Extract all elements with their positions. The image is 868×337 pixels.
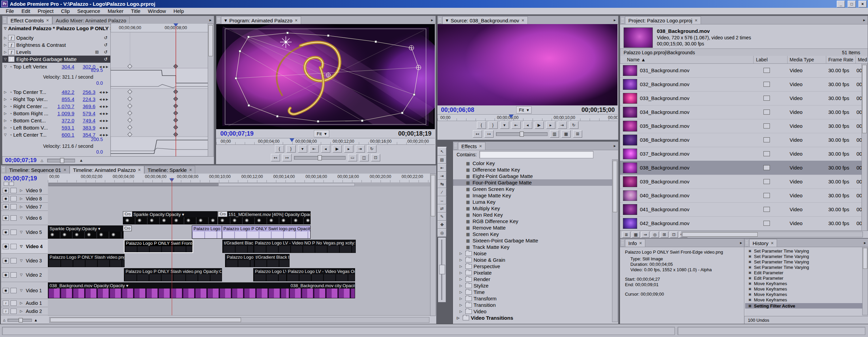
transition-clip[interactable]: Cro	[218, 211, 227, 217]
effect-controls-timecode[interactable]: 00;00;07;19	[5, 157, 37, 164]
table-row[interactable]: 039_Background.movVideo30.00 fps00:0	[620, 175, 863, 189]
track-content-video8[interactable]	[48, 195, 431, 203]
cti-handle[interactable]	[509, 115, 514, 118]
effect-item[interactable]: ▦Screen Key	[453, 231, 613, 237]
reset-icon[interactable]: ↺	[104, 57, 108, 62]
close-icon[interactable]: ×	[695, 18, 697, 23]
add-marker-button[interactable]: ▾	[298, 145, 307, 153]
monitor-flyout-icon[interactable]: ▾	[446, 17, 448, 23]
timeline-clip[interactable]: Palazzo Logo LV	[225, 254, 255, 267]
menu-sequence[interactable]: Sequence	[74, 8, 104, 14]
track-select-tool-icon[interactable]: ▤	[438, 156, 446, 164]
twirl-icon[interactable]: ▷	[2, 50, 8, 54]
track-header-video9[interactable]: ◉▷Video 9	[1, 186, 48, 195]
close-icon[interactable]: ×	[479, 144, 482, 148]
playhead-line[interactable]	[172, 178, 172, 315]
history-item[interactable]: ▣Move Keyframes	[745, 292, 862, 297]
effect-item[interactable]: ▦Non Red Key	[453, 212, 613, 218]
track-header-video2[interactable]: ◉▽Video 2	[1, 268, 48, 282]
graph-max-value[interactable]: 200.5	[87, 137, 103, 142]
tab-program[interactable]: ▾ Program: Animated Palazzo ×	[221, 16, 301, 24]
zoom-out-icon[interactable]: △	[41, 159, 43, 162]
close-icon[interactable]: ×	[46, 18, 49, 23]
label-chip[interactable]	[763, 179, 770, 184]
effect-item[interactable]: ▦Color Key	[453, 160, 613, 166]
razor-tool-icon[interactable]: ∕	[438, 188, 446, 196]
column-media[interactable]: Med	[858, 57, 867, 62]
list-view-icon[interactable]: ≣	[622, 232, 630, 238]
step-forward-button[interactable]: ▸	[344, 145, 353, 153]
pen-tool-icon[interactable]: ✎	[438, 213, 446, 221]
close-icon[interactable]: ×	[771, 241, 774, 245]
twirl-icon[interactable]: ▷	[2, 36, 8, 40]
close-icon[interactable]: ×	[138, 167, 141, 172]
reset-icon[interactable]: ↺	[104, 49, 108, 55]
project-scrollbar[interactable]	[862, 63, 867, 231]
track-content-audio2[interactable]	[48, 307, 431, 316]
automate-to-sequence-icon[interactable]: ⇒	[641, 232, 649, 238]
hand-tool-icon[interactable]: ✥	[438, 221, 446, 229]
ripple-edit-tool-icon[interactable]: ⇤	[438, 164, 446, 172]
close-icon[interactable]: ×	[295, 18, 297, 23]
timeline-clip[interactable]: 038_Background.mov city:Opacity	[289, 282, 355, 298]
extract-button[interactable]: ◫	[359, 154, 369, 161]
effect-item[interactable]: ▦RGB Difference Key	[453, 218, 613, 224]
vertical-slider-strip[interactable]	[438, 237, 446, 302]
loop-button[interactable]: ↻	[367, 145, 376, 153]
panel-menu-icon[interactable]: ▸	[611, 143, 618, 148]
panel-grip[interactable]	[621, 241, 624, 246]
effect-item[interactable]: ▦Green Screen Key	[453, 186, 613, 192]
find-icon[interactable]: ◎	[651, 232, 659, 238]
table-row[interactable]: 033_Background.movVideo30.00 fps00:0	[620, 91, 863, 105]
cti-handle[interactable]	[290, 138, 294, 142]
param-row-bottom-right[interactable]: ▷◔ Bottom Right ... 1,009.9 579.4 ◀◆▶	[2, 110, 110, 117]
track-content-audio1[interactable]	[48, 299, 431, 308]
table-row[interactable]: 037_Background.movVideo30.00 fps00:0	[620, 147, 863, 161]
column-media-type[interactable]: Media Type	[790, 57, 814, 62]
twirl-icon[interactable]: ▽	[2, 65, 8, 68]
effects-folder[interactable]: ▷Transform	[453, 295, 613, 302]
tab-timeline-sparkle[interactable]: Timeline: Sparkle ×	[144, 166, 196, 174]
effect-item-selected[interactable]: ▦Four-Point Garbage Matte	[453, 179, 613, 186]
track-content-video4[interactable]: Palazzo Logo P ONLY Swirl Front-Edge vid…	[48, 239, 431, 254]
tab-source[interactable]: ▾ Source: 038_Background.mov ×	[442, 16, 528, 24]
effect-row-levels[interactable]: ▷ ƒ Levels ⊞ ↺	[2, 48, 110, 56]
set-in-point-button[interactable]: {	[477, 121, 486, 129]
tab-effect-controls[interactable]: Effect Controls ×	[7, 16, 52, 24]
panel-grip[interactable]	[745, 241, 748, 246]
timeline-clip[interactable]: Palazzo Logo P ONLY Slash video.png Opac…	[48, 254, 125, 267]
track-content-video3[interactable]: Palazzo Logo P ONLY Slash video.png Opac…	[48, 254, 431, 268]
history-item-active[interactable]: ▣Setting Filter Active	[745, 303, 862, 309]
panel-menu-icon[interactable]: ▸	[862, 240, 868, 245]
next-keyframe-icon[interactable]: ▶	[106, 65, 108, 68]
zoom-in-icon[interactable]: ▲	[79, 158, 83, 163]
timeline-clip-selected[interactable]: Palazzo Logo P ONLY Swirl Front-Edge vid	[124, 240, 193, 253]
table-row[interactable]: 032_Background.movVideo30.00 fps00:0	[620, 77, 863, 92]
column-frame-rate[interactable]: Frame Rate	[828, 57, 853, 62]
close-icon[interactable]: ×	[521, 18, 524, 23]
effect-item[interactable]: ▦Difference Matte Key	[453, 166, 613, 173]
effect-row-brightness[interactable]: ▷ ƒ Brightness & Contrast ↺	[2, 41, 110, 48]
timeline-clip[interactable]: Palazzo Logo P C	[192, 225, 222, 239]
timeline-clip[interactable]: 038_Background.mov Opacity:Opacity ▾	[48, 282, 290, 298]
rate-stretch-tool-icon[interactable]: ↹	[438, 180, 446, 188]
timeline-vscrollbar[interactable]	[430, 174, 436, 316]
table-row[interactable]: 034_Background.movVideo30.00 fps00:0	[620, 105, 863, 119]
track-header-video5[interactable]: ◉▽Video 5	[1, 225, 48, 239]
timeline-clip[interactable]: Palazzo Logo P ONLY Swirl logo.png Opaci…	[222, 225, 311, 239]
effects-scrollbar[interactable]	[612, 159, 618, 322]
param-row-bottom-center[interactable]: ▷◔ Bottom Cent... 372.0 749.4 ◀◆▶	[2, 117, 110, 124]
slider-handle[interactable]	[439, 265, 445, 274]
rolling-edit-tool-icon[interactable]: ⇥	[438, 172, 446, 180]
go-to-out-button[interactable]: ⇥	[558, 121, 567, 129]
stopwatch-icon[interactable]: ◔	[8, 65, 13, 69]
menu-help[interactable]: Help	[170, 8, 188, 14]
timeline-clip[interactable]: Palazzo Logo LV - V	[253, 268, 287, 281]
panel-menu-icon[interactable]: ▸	[611, 18, 618, 22]
track-header-video4[interactable]: ◉▽Video 4	[1, 239, 48, 254]
track-content-video5[interactable]: Sparkle Opacity:Opacity ▾ Cro Palazzo Lo…	[48, 225, 431, 240]
menu-marker[interactable]: Marker	[104, 8, 127, 14]
project-hscrollbar[interactable]	[681, 232, 863, 237]
menu-project[interactable]: Project	[34, 8, 57, 14]
slide-tool-icon[interactable]: ⇄	[438, 204, 446, 213]
